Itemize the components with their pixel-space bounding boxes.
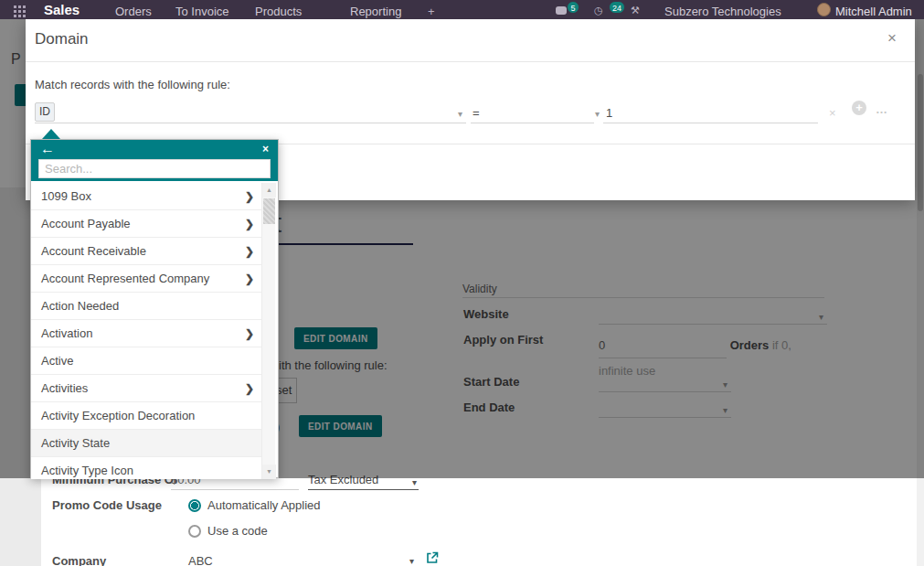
rule-operator-select[interactable]: = (473, 106, 480, 120)
activities-badge[interactable]: 24 (609, 1, 625, 14)
chat-bubble-icon[interactable] (556, 6, 567, 15)
scroll-down-icon[interactable]: ▼ (262, 465, 276, 479)
rule-value-underline (603, 123, 818, 123)
field-selector-popover: ← × 1099 Box ❯ Account Payable ❯ Account… (30, 139, 279, 478)
close-icon[interactable]: × (262, 143, 269, 155)
popover-arrow (42, 129, 60, 139)
more-options-icon[interactable]: … (876, 102, 889, 116)
nav-products[interactable]: Products (255, 5, 302, 18)
radio-use-a-code-label[interactable]: Use a code (207, 524, 268, 538)
clock-icon[interactable]: ◷ (594, 5, 603, 16)
chevron-down-icon: ▾ (412, 477, 417, 487)
chevron-right-icon: ❯ (245, 272, 254, 285)
field-item[interactable]: Activation ❯ (31, 320, 263, 347)
user-menu[interactable]: Mitchell Admin (835, 5, 912, 18)
chevron-right-icon: ❯ (245, 245, 254, 258)
messages-badge[interactable]: 5 (567, 1, 579, 14)
radio-use-a-code[interactable] (188, 525, 201, 538)
promo-code-usage-label: Promo Code Usage (52, 498, 162, 512)
field-item[interactable]: 1099 Box ❯ (31, 183, 263, 210)
company-label: Company (52, 554, 106, 566)
app-menu-sales[interactable]: Sales (44, 2, 80, 17)
plus-icon[interactable]: + (428, 5, 435, 18)
search-input[interactable] (38, 159, 271, 178)
field-item[interactable]: Active (31, 347, 263, 375)
field-item[interactable]: Activity State (31, 430, 263, 457)
rule-operator-underline (471, 123, 594, 123)
field-list: 1099 Box ❯ Account Payable ❯ Account Rec… (31, 183, 263, 479)
delete-rule-icon[interactable]: × (829, 106, 836, 120)
rule-field-input[interactable]: ID (35, 102, 55, 122)
rule-field-underline (35, 123, 466, 123)
nav-to-invoice[interactable]: To Invoice (175, 5, 229, 18)
chevron-down-icon[interactable]: ▾ (595, 109, 600, 119)
chevron-down-icon[interactable]: ▾ (458, 109, 462, 119)
close-icon[interactable]: × (887, 30, 897, 46)
field-item[interactable]: Activity Type Icon (31, 457, 263, 479)
popover-scrollbar[interactable]: ▲ ▼ (261, 183, 275, 479)
radio-automatically-applied[interactable] (188, 499, 201, 512)
field-item[interactable]: Account Represented Company ❯ (31, 265, 263, 293)
company-value[interactable]: ABC (188, 554, 213, 566)
scroll-up-icon[interactable]: ▲ (262, 183, 276, 198)
field-item[interactable]: Action Needed (31, 293, 263, 320)
field-item[interactable]: Account Receivable ❯ (31, 238, 263, 265)
external-link-icon[interactable] (426, 551, 439, 564)
nav-reporting[interactable]: Reporting (350, 5, 401, 18)
chevron-right-icon: ❯ (245, 218, 254, 230)
apps-grid-icon[interactable] (14, 5, 27, 18)
chevron-right-icon: ❯ (245, 382, 254, 395)
tools-icon[interactable]: ⚒ (631, 5, 640, 16)
chevron-right-icon: ❯ (245, 327, 254, 340)
modal-header-divider (26, 61, 915, 62)
topbar: Sales Orders To Invoice Products Reporti… (0, 0, 924, 19)
radio-automatically-applied-label[interactable]: Automatically Applied (207, 498, 321, 512)
chevron-right-icon: ❯ (245, 190, 254, 203)
add-rule-icon[interactable]: + (852, 101, 866, 115)
modal-title: Domain (35, 30, 89, 48)
field-item[interactable]: Activity Exception Decoration (31, 402, 263, 430)
field-item[interactable]: Activities ❯ (31, 375, 263, 402)
modal-instruction: Match records with the following rule: (35, 78, 230, 91)
avatar[interactable] (817, 3, 831, 16)
nav-orders[interactable]: Orders (115, 5, 152, 18)
company-menu[interactable]: Subzero Technologies (664, 5, 781, 18)
back-arrow-icon[interactable]: ← (40, 141, 55, 157)
popover-scrollbar-thumb[interactable] (263, 198, 275, 224)
rule-value-input[interactable]: 1 (606, 106, 612, 120)
field-item[interactable]: Account Payable ❯ (31, 210, 263, 238)
chevron-down-icon: ▾ (409, 556, 414, 566)
